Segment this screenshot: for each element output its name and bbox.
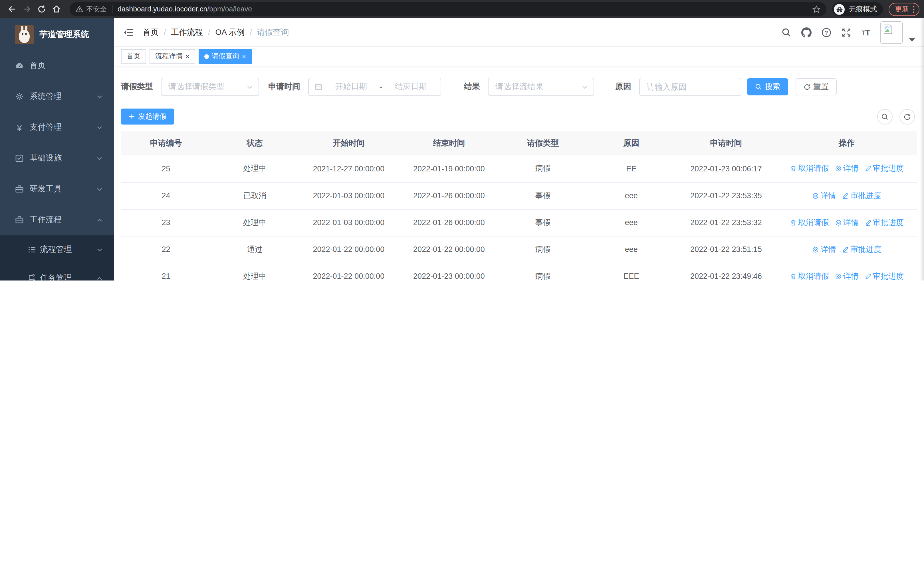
edit-icon xyxy=(864,273,871,280)
chevron-down-icon xyxy=(96,155,103,161)
action-detail-link[interactable]: 详情 xyxy=(835,217,859,228)
address-bar[interactable]: 不安全 dashboard.yudao.iocoder.cn/bpm/oa/le… xyxy=(70,2,826,16)
table-row[interactable]: 25处理中2021-12-27 00:00:002022-01-19 00:00… xyxy=(121,155,917,182)
table-row[interactable]: 21处理中2022-01-22 00:00:002022-01-23 00:00… xyxy=(121,263,917,281)
fullscreen-icon[interactable] xyxy=(841,27,852,38)
action-detail-link[interactable]: 详情 xyxy=(835,271,859,281)
col-header-reason: 原因 xyxy=(587,131,676,155)
browser-menu-icon[interactable] xyxy=(913,5,915,14)
close-icon[interactable]: × xyxy=(186,53,189,60)
trash-icon xyxy=(790,273,796,280)
search-button-label: 搜索 xyxy=(765,82,780,92)
help-icon[interactable]: ? xyxy=(821,27,831,38)
select-placeholder: 请选择流结果 xyxy=(495,82,543,92)
tab-leave-query[interactable]: 请假查询 × xyxy=(199,49,252,64)
refresh-table-button[interactable] xyxy=(900,109,915,124)
action-cancel-link[interactable]: 取消请假 xyxy=(790,217,829,228)
search-icon[interactable] xyxy=(782,27,792,38)
table-row[interactable]: 23处理中2022-01-03 00:00:002022-01-26 00:00… xyxy=(121,209,917,236)
view-icon xyxy=(812,246,819,253)
show-search-toggle-button[interactable] xyxy=(877,109,892,124)
avatar-caret-icon[interactable] xyxy=(909,38,915,41)
browser-reload-button[interactable] xyxy=(34,2,49,17)
browser-forward-button[interactable] xyxy=(20,2,34,17)
cell-reason: eee xyxy=(587,182,676,209)
cell-status: 处理中 xyxy=(211,155,298,182)
action-progress-link[interactable]: 审批进度 xyxy=(864,217,904,228)
apply-time-range-picker[interactable]: 开始日期 - 结束日期 xyxy=(308,78,441,96)
sidebar-item-task-mgmt[interactable]: 任务管理 xyxy=(0,264,114,281)
sidebar-item-label: 流程管理 xyxy=(40,245,72,255)
chevron-up-icon xyxy=(96,275,103,281)
svg-text:?: ? xyxy=(825,29,828,35)
dashboard-icon xyxy=(15,61,24,70)
end-date-placeholder[interactable]: 结束日期 xyxy=(387,82,435,92)
sidebar-item-system[interactable]: 系统管理 xyxy=(0,81,114,112)
github-icon[interactable] xyxy=(801,27,812,38)
trash-icon xyxy=(790,165,796,172)
browser-update-button[interactable]: 更新 xyxy=(889,3,920,16)
edit-icon xyxy=(842,246,849,253)
action-progress-link[interactable]: 审批进度 xyxy=(842,244,881,254)
action-progress-link[interactable]: 审批进度 xyxy=(842,191,881,201)
action-progress-link[interactable]: 审批进度 xyxy=(864,164,904,174)
app-logo[interactable]: 芋道管理系统 xyxy=(0,18,114,50)
leave-table: 申请编号 状态 开始时间 结束时间 请假类型 原因 申请时间 操作 25处理中2… xyxy=(121,131,917,281)
table-row[interactable]: 22通过2022-01-22 00:00:002022-01-22 00:00:… xyxy=(121,236,917,263)
sidebar-item-payment[interactable]: ¥ 支付管理 xyxy=(0,112,114,143)
search-button[interactable]: 搜索 xyxy=(747,78,788,95)
avatar[interactable] xyxy=(880,21,903,44)
browser-home-button[interactable] xyxy=(49,2,64,17)
action-detail-link[interactable]: 详情 xyxy=(835,164,859,174)
top-navbar: 首页 / 工作流程 / OA 示例 / 请假查询 ? xyxy=(114,18,924,47)
reason-field[interactable] xyxy=(639,78,741,96)
action-progress-link[interactable]: 审批进度 xyxy=(864,271,904,281)
cell-type: 病假 xyxy=(499,263,587,281)
browser-back-button[interactable] xyxy=(4,2,20,17)
chevron-down-icon xyxy=(582,84,588,90)
sidebar-item-label: 基础设施 xyxy=(30,153,62,163)
cell-end: 2022-01-19 00:00:00 xyxy=(399,155,500,182)
reason-input[interactable] xyxy=(640,78,741,95)
leave-type-select[interactable]: 请选择请假类型 xyxy=(161,78,259,96)
close-icon[interactable]: × xyxy=(242,53,246,60)
trash-icon xyxy=(790,219,796,226)
cell-actions: 取消请假详情审批进度 xyxy=(776,155,917,182)
sidebar-item-devtools[interactable]: 研发工具 xyxy=(0,174,114,205)
font-size-icon[interactable]: TT xyxy=(861,27,870,37)
create-leave-button[interactable]: 发起请假 xyxy=(121,108,174,125)
cell-type: 事假 xyxy=(499,209,587,236)
start-date-placeholder[interactable]: 开始日期 xyxy=(327,82,375,92)
sidebar-item-label: 工作流程 xyxy=(30,215,62,225)
result-select[interactable]: 请选择流结果 xyxy=(488,78,594,96)
site-security-chip[interactable]: 不安全 xyxy=(75,4,107,14)
cell-end: 2022-01-26 00:00:00 xyxy=(399,182,500,209)
sidebar-item-workflow[interactable]: 工作流程 xyxy=(0,205,114,235)
sidebar-item-process-mgmt[interactable]: 流程管理 xyxy=(0,235,114,264)
sidebar-item-home[interactable]: 首页 xyxy=(0,50,114,81)
cell-id: 24 xyxy=(121,182,211,209)
sidebar-collapse-icon[interactable] xyxy=(123,27,134,38)
breadcrumb-item[interactable]: 首页 xyxy=(142,27,159,38)
sidebar-item-infra[interactable]: 基础设施 xyxy=(0,143,114,174)
action-cancel-link[interactable]: 取消请假 xyxy=(790,271,829,281)
bookmark-star-icon[interactable] xyxy=(812,5,821,14)
tab-process-detail[interactable]: 流程详情 × xyxy=(150,49,195,64)
cell-start: 2022-01-22 00:00:00 xyxy=(298,263,399,281)
action-detail-link[interactable]: 详情 xyxy=(812,191,836,201)
col-header-apply-time: 申请时间 xyxy=(676,131,777,155)
reset-button[interactable]: 重置 xyxy=(796,78,837,95)
view-icon xyxy=(812,192,819,199)
broken-image-icon xyxy=(882,23,894,35)
page-content: 请假类型 请选择请假类型 申请时间 开始日期 - 结束日期 结果 xyxy=(114,66,924,281)
action-detail-link[interactable]: 详情 xyxy=(812,244,836,254)
cell-reason: eee xyxy=(587,209,676,236)
table-row[interactable]: 24已取消2022-01-03 00:00:002022-01-26 00:00… xyxy=(121,182,917,209)
tab-home[interactable]: 首页 xyxy=(121,49,146,64)
cell-apply-time: 2022-01-23 00:06:17 xyxy=(676,155,777,182)
action-cancel-link[interactable]: 取消请假 xyxy=(790,164,829,174)
table-body: 25处理中2021-12-27 00:00:002022-01-19 00:00… xyxy=(121,155,917,281)
cell-type: 病假 xyxy=(499,155,587,182)
breadcrumb-item[interactable]: OA 示例 xyxy=(216,27,245,38)
breadcrumb-item[interactable]: 工作流程 xyxy=(171,27,203,38)
